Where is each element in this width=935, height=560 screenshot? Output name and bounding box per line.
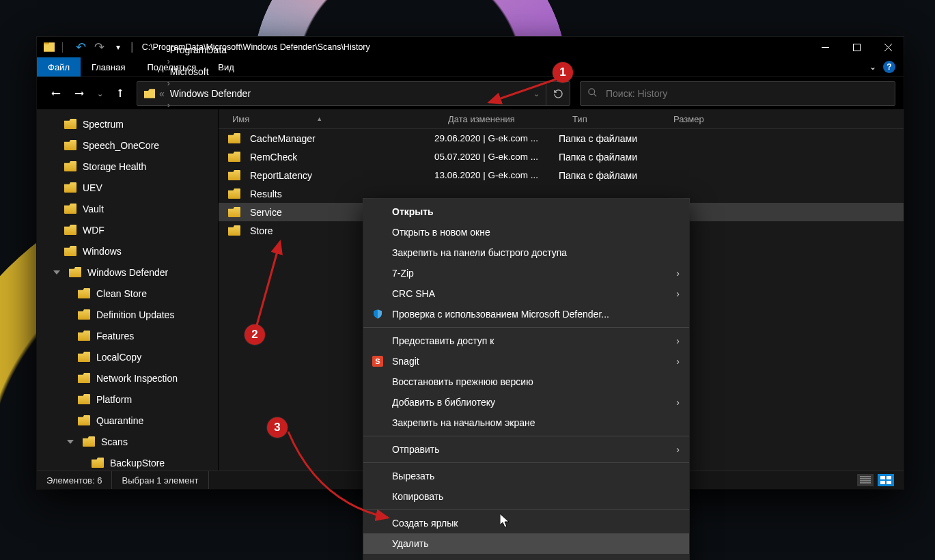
chevron-right-icon: ›: [676, 356, 680, 367]
ctx-копировать[interactable]: Копировать: [363, 486, 689, 507]
shield-icon: [372, 308, 384, 320]
nav-history-dropdown[interactable]: ⌄: [92, 83, 108, 104]
svg-point-1: [589, 89, 595, 95]
ctx-добавить-в-библиотеку[interactable]: Добавить в библиотеку›: [363, 392, 689, 412]
tree-label: LocalCopy: [96, 352, 141, 363]
tree-backupstore[interactable]: BackupStore: [37, 452, 218, 471]
column-headers[interactable]: Имя▲ Дата изменения Тип Размер: [219, 109, 904, 129]
tree-speech-onecore[interactable]: Speech_OneCore: [37, 135, 218, 156]
tree-definition-updates[interactable]: Definition Updates: [37, 304, 218, 325]
folder-icon: [78, 373, 90, 383]
folder-icon: [219, 152, 250, 162]
tree-localcopy[interactable]: LocalCopy: [37, 346, 218, 367]
ctx-открыть[interactable]: Открыть: [363, 201, 689, 222]
tree-uev[interactable]: UEV: [37, 177, 218, 198]
column-date[interactable]: Дата изменения: [448, 114, 572, 124]
svg-rect-2: [880, 476, 885, 479]
maximize-button[interactable]: [841, 37, 872, 57]
nav-forward-button[interactable]: 🠖: [68, 83, 90, 104]
minimize-button[interactable]: [809, 37, 841, 57]
redo-button[interactable]: ↷: [91, 39, 109, 55]
tree-scans[interactable]: Scans: [37, 431, 218, 452]
titlebar-separator: │: [130, 42, 135, 52]
nav-back-button[interactable]: 🠔: [45, 83, 67, 104]
explorer-icon: [41, 39, 57, 55]
large-icons-view-button[interactable]: [878, 474, 894, 486]
ctx-открыть-в-новом-окне[interactable]: Открыть в новом окне: [363, 222, 689, 242]
address-bar[interactable]: « ProgramData›Microsoft›Windows Defender…: [137, 81, 570, 106]
tree-platform[interactable]: Platform: [37, 389, 218, 410]
ribbon-collapse-icon[interactable]: ⌄: [869, 62, 876, 72]
folder-icon: [64, 225, 76, 235]
row-date: 05.07.2020 | G-ek.com ...: [434, 152, 559, 162]
address-lead-chevron[interactable]: «: [159, 88, 165, 99]
ctx-закрепить-на-начальном-экране[interactable]: Закрепить на начальном экране: [363, 412, 689, 433]
breadcrumb-windows-defender[interactable]: Windows Defender: [166, 88, 255, 99]
tab-home[interactable]: Главная: [81, 57, 136, 76]
row-date: 13.06.2020 | G-ek.com ...: [434, 170, 559, 180]
nav-up-button[interactable]: 🠕: [109, 83, 131, 104]
row-type: Папка с файлами: [559, 133, 675, 144]
tree-windows[interactable]: Windows: [37, 240, 218, 262]
status-count: Элементов: 6: [37, 471, 112, 489]
row-name: ReportLatency: [250, 170, 434, 181]
folder-icon: [219, 170, 250, 180]
qat-dropdown[interactable]: ▾: [109, 39, 127, 55]
column-type[interactable]: Тип: [572, 114, 673, 124]
tree-clean-store[interactable]: Clean Store: [37, 283, 218, 304]
ctx-восстановить-прежнюю-версию[interactable]: Восстановить прежнюю версию: [363, 372, 689, 392]
breadcrumb-sep: ›: [166, 57, 171, 66]
ctx-вырезать[interactable]: Вырезать: [363, 466, 689, 486]
details-view-button[interactable]: [857, 474, 874, 486]
tree-network-inspection[interactable]: Network Inspection: [37, 367, 218, 389]
ctx-удалить[interactable]: Удалить: [363, 533, 689, 554]
chevron-right-icon: ›: [676, 444, 680, 455]
column-size[interactable]: Размер: [673, 114, 755, 124]
ctx-crc-sha[interactable]: CRC SHA›: [363, 283, 689, 304]
folder-icon: [64, 182, 76, 193]
tree-storage-health[interactable]: Storage Health: [37, 156, 218, 177]
navigation-tree[interactable]: SpectrumSpeech_OneCoreStorage HealthUEVV…: [37, 109, 219, 471]
search-box[interactable]: [580, 81, 895, 106]
tree-vault[interactable]: Vault: [37, 198, 218, 219]
breadcrumb-programdata[interactable]: ProgramData: [166, 44, 255, 55]
ctx-отправить[interactable]: Отправить›: [363, 439, 689, 460]
ctx-separator: [363, 462, 689, 463]
sort-indicator-icon: ▲: [316, 115, 322, 122]
tree-windows-defender[interactable]: Windows Defender: [37, 262, 218, 283]
chevron-right-icon: ›: [676, 288, 680, 299]
tree-features[interactable]: Features: [37, 325, 218, 346]
tree-label: Quarantine: [96, 415, 143, 426]
ctx-создать-ярлык[interactable]: Создать ярлык: [363, 513, 689, 533]
row-reportlatency[interactable]: ReportLatency13.06.2020 | G-ek.com ...Па…: [219, 166, 904, 184]
ctx-закрепить-на-панели-быстрого-доступа[interactable]: Закрепить на панели быстрого доступа: [363, 242, 689, 263]
ctx-проверка-с-использованием-microsoft-defender[interactable]: Проверка с использованием Microsoft Defe…: [363, 304, 689, 324]
ctx-label: 7-Zip: [392, 268, 414, 279]
ctx-separator: [363, 509, 689, 510]
search-input[interactable]: [604, 87, 888, 100]
folder-icon: [92, 458, 104, 468]
tree-label: Spectrum: [83, 119, 124, 130]
ctx-label: Удалить: [392, 538, 428, 549]
refresh-button[interactable]: [546, 82, 570, 105]
breadcrumb-sep: ›: [166, 100, 171, 110]
undo-button[interactable]: ↶: [72, 39, 90, 55]
folder-icon: [64, 204, 76, 214]
ctx-переименовать[interactable]: Переименовать: [363, 554, 689, 560]
address-history-dropdown[interactable]: ⌄: [527, 82, 545, 105]
tree-quarantine[interactable]: Quarantine: [37, 410, 218, 431]
row-remcheck[interactable]: RemCheck05.07.2020 | G-ek.com ...Папка с…: [219, 148, 904, 166]
tab-file[interactable]: Файл: [37, 57, 81, 76]
row-cachemanager[interactable]: CacheManager29.06.2020 | G-ek.com ...Пап…: [219, 129, 904, 148]
help-button[interactable]: ?: [883, 61, 895, 73]
column-name[interactable]: Имя: [232, 114, 249, 124]
tree-spectrum[interactable]: Spectrum: [37, 113, 218, 135]
ctx-7-zip[interactable]: 7-Zip›: [363, 263, 689, 283]
tree-label: Features: [96, 331, 134, 341]
nav-row: 🠔 🠖 ⌄ 🠕 « ProgramData›Microsoft›Windows …: [37, 77, 904, 110]
close-button[interactable]: [872, 37, 904, 57]
breadcrumb-microsoft[interactable]: Microsoft: [166, 66, 255, 77]
ctx-предоставить-доступ-к[interactable]: Предоставить доступ к›: [363, 331, 689, 351]
ctx-snagit[interactable]: SSnagit›: [363, 351, 689, 372]
tree-wdf[interactable]: WDF: [37, 219, 218, 240]
